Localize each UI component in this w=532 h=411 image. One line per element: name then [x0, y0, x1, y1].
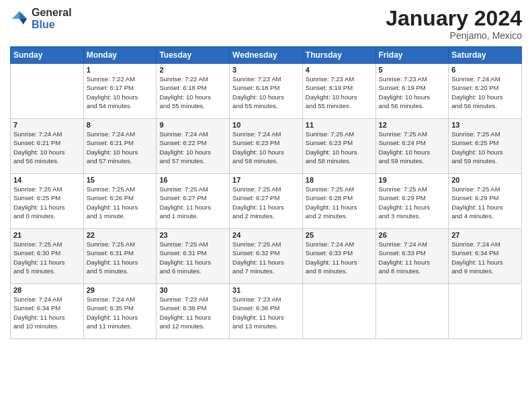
day-number: 29 [87, 286, 154, 294]
day-number: 13 [451, 121, 519, 129]
day-info: Sunrise: 7:25 AM Sunset: 6:24 PM Dayligh… [379, 130, 446, 165]
day-info: Sunrise: 7:25 AM Sunset: 6:27 PM Dayligh… [159, 185, 226, 220]
day-number: 4 [306, 66, 373, 74]
cell-5-5 [302, 284, 375, 339]
day-number: 20 [451, 176, 519, 184]
week-row-3: 14Sunrise: 7:25 AM Sunset: 6:25 PM Dayli… [11, 174, 522, 229]
cell-5-4: 31Sunrise: 7:23 AM Sunset: 6:36 PM Dayli… [230, 284, 303, 339]
day-info: Sunrise: 7:25 AM Sunset: 6:31 PM Dayligh… [159, 240, 226, 275]
cell-5-2: 29Sunrise: 7:24 AM Sunset: 6:35 PM Dayli… [83, 284, 157, 339]
day-info: Sunrise: 7:25 AM Sunset: 6:25 PM Dayligh… [451, 130, 519, 165]
logo: General Blue [10, 7, 72, 30]
cell-4-1: 21Sunrise: 7:25 AM Sunset: 6:30 PM Dayli… [11, 229, 84, 284]
day-number: 27 [451, 231, 519, 239]
cell-4-7: 27Sunrise: 7:24 AM Sunset: 6:34 PM Dayli… [449, 229, 522, 284]
svg-marker-2 [12, 11, 19, 18]
day-number: 14 [13, 176, 81, 184]
day-number: 1 [87, 66, 154, 74]
day-info: Sunrise: 7:24 AM Sunset: 6:34 PM Dayligh… [13, 295, 81, 330]
day-info: Sunrise: 7:24 AM Sunset: 6:22 PM Dayligh… [159, 130, 226, 165]
header-row: SundayMondayTuesdayWednesdayThursdayFrid… [11, 47, 522, 64]
day-number: 28 [13, 286, 81, 294]
day-number: 24 [232, 231, 300, 239]
day-info: Sunrise: 7:24 AM Sunset: 6:23 PM Dayligh… [232, 130, 300, 165]
day-info: Sunrise: 7:22 AM Sunset: 6:18 PM Dayligh… [159, 75, 226, 110]
day-info: Sunrise: 7:23 AM Sunset: 6:19 PM Dayligh… [379, 75, 446, 110]
day-info: Sunrise: 7:25 AM Sunset: 6:29 PM Dayligh… [451, 185, 519, 220]
cell-4-3: 23Sunrise: 7:25 AM Sunset: 6:31 PM Dayli… [157, 229, 230, 284]
day-info: Sunrise: 7:24 AM Sunset: 6:21 PM Dayligh… [87, 130, 154, 165]
logo-general-text: General [32, 7, 72, 19]
cell-2-4: 10Sunrise: 7:24 AM Sunset: 6:23 PM Dayli… [230, 119, 303, 174]
day-number: 18 [306, 176, 373, 184]
cell-4-4: 24Sunrise: 7:25 AM Sunset: 6:32 PM Dayli… [230, 229, 303, 284]
col-header-tuesday: Tuesday [157, 47, 230, 64]
cell-1-7: 6Sunrise: 7:24 AM Sunset: 6:20 PM Daylig… [449, 64, 522, 119]
day-info: Sunrise: 7:24 AM Sunset: 6:34 PM Dayligh… [451, 240, 519, 275]
cell-2-5: 11Sunrise: 7:25 AM Sunset: 6:23 PM Dayli… [302, 119, 375, 174]
day-number: 2 [159, 66, 226, 74]
cell-5-3: 30Sunrise: 7:23 AM Sunset: 6:36 PM Dayli… [157, 284, 230, 339]
cell-3-1: 14Sunrise: 7:25 AM Sunset: 6:25 PM Dayli… [11, 174, 84, 229]
day-number: 11 [306, 121, 373, 129]
day-info: Sunrise: 7:24 AM Sunset: 6:35 PM Dayligh… [87, 295, 154, 330]
cell-3-7: 20Sunrise: 7:25 AM Sunset: 6:29 PM Dayli… [449, 174, 522, 229]
day-info: Sunrise: 7:25 AM Sunset: 6:32 PM Dayligh… [232, 240, 300, 275]
day-number: 16 [159, 176, 226, 184]
day-number: 30 [159, 286, 226, 294]
day-number: 3 [232, 66, 300, 74]
day-info: Sunrise: 7:22 AM Sunset: 6:17 PM Dayligh… [87, 75, 154, 110]
cell-3-2: 15Sunrise: 7:25 AM Sunset: 6:26 PM Dayli… [83, 174, 157, 229]
month-title: January 2024 [386, 7, 522, 30]
cell-3-5: 18Sunrise: 7:25 AM Sunset: 6:28 PM Dayli… [302, 174, 375, 229]
cell-5-6 [375, 284, 449, 339]
day-info: Sunrise: 7:25 AM Sunset: 6:29 PM Dayligh… [379, 185, 446, 220]
cell-1-1 [11, 64, 84, 119]
day-number: 5 [379, 66, 446, 74]
week-row-1: 1Sunrise: 7:22 AM Sunset: 6:17 PM Daylig… [11, 64, 522, 119]
cell-5-1: 28Sunrise: 7:24 AM Sunset: 6:34 PM Dayli… [11, 284, 84, 339]
day-info: Sunrise: 7:24 AM Sunset: 6:20 PM Dayligh… [451, 75, 519, 110]
header: General Blue January 2024 Penjamo, Mexic… [10, 7, 522, 41]
day-number: 12 [379, 121, 446, 129]
day-info: Sunrise: 7:24 AM Sunset: 6:21 PM Dayligh… [13, 130, 81, 165]
day-info: Sunrise: 7:25 AM Sunset: 6:31 PM Dayligh… [87, 240, 154, 275]
col-header-thursday: Thursday [302, 47, 375, 64]
col-header-wednesday: Wednesday [230, 47, 303, 64]
week-row-4: 21Sunrise: 7:25 AM Sunset: 6:30 PM Dayli… [11, 229, 522, 284]
day-info: Sunrise: 7:25 AM Sunset: 6:28 PM Dayligh… [306, 185, 373, 220]
cell-1-3: 2Sunrise: 7:22 AM Sunset: 6:18 PM Daylig… [157, 64, 230, 119]
day-info: Sunrise: 7:25 AM Sunset: 6:23 PM Dayligh… [306, 130, 373, 165]
day-info: Sunrise: 7:23 AM Sunset: 6:18 PM Dayligh… [232, 75, 300, 110]
cell-1-6: 5Sunrise: 7:23 AM Sunset: 6:19 PM Daylig… [375, 64, 449, 119]
col-header-saturday: Saturday [449, 47, 522, 64]
cell-3-6: 19Sunrise: 7:25 AM Sunset: 6:29 PM Dayli… [375, 174, 449, 229]
day-number: 22 [87, 231, 154, 239]
day-info: Sunrise: 7:23 AM Sunset: 6:36 PM Dayligh… [159, 295, 226, 330]
day-number: 25 [306, 231, 373, 239]
day-info: Sunrise: 7:24 AM Sunset: 6:33 PM Dayligh… [306, 240, 373, 275]
cell-2-2: 8Sunrise: 7:24 AM Sunset: 6:21 PM Daylig… [83, 119, 157, 174]
svg-marker-1 [19, 19, 27, 24]
cell-4-6: 26Sunrise: 7:24 AM Sunset: 6:33 PM Dayli… [375, 229, 449, 284]
logo-blue-text: Blue [32, 19, 72, 31]
day-number: 23 [159, 231, 226, 239]
cell-4-5: 25Sunrise: 7:24 AM Sunset: 6:33 PM Dayli… [302, 229, 375, 284]
cell-5-7 [449, 284, 522, 339]
logo-text: General Blue [32, 7, 72, 30]
cell-3-3: 16Sunrise: 7:25 AM Sunset: 6:27 PM Dayli… [157, 174, 230, 229]
cell-2-3: 9Sunrise: 7:24 AM Sunset: 6:22 PM Daylig… [157, 119, 230, 174]
day-number: 17 [232, 176, 300, 184]
day-info: Sunrise: 7:25 AM Sunset: 6:27 PM Dayligh… [232, 185, 300, 220]
col-header-friday: Friday [375, 47, 449, 64]
cell-2-1: 7Sunrise: 7:24 AM Sunset: 6:21 PM Daylig… [11, 119, 84, 174]
cell-2-7: 13Sunrise: 7:25 AM Sunset: 6:25 PM Dayli… [449, 119, 522, 174]
day-info: Sunrise: 7:25 AM Sunset: 6:26 PM Dayligh… [87, 185, 154, 220]
page: General Blue January 2024 Penjamo, Mexic… [0, 0, 532, 411]
day-info: Sunrise: 7:24 AM Sunset: 6:33 PM Dayligh… [379, 240, 446, 275]
day-number: 26 [379, 231, 446, 239]
week-row-5: 28Sunrise: 7:24 AM Sunset: 6:34 PM Dayli… [11, 284, 522, 339]
col-header-monday: Monday [83, 47, 157, 64]
day-number: 6 [451, 66, 519, 74]
day-number: 19 [379, 176, 446, 184]
